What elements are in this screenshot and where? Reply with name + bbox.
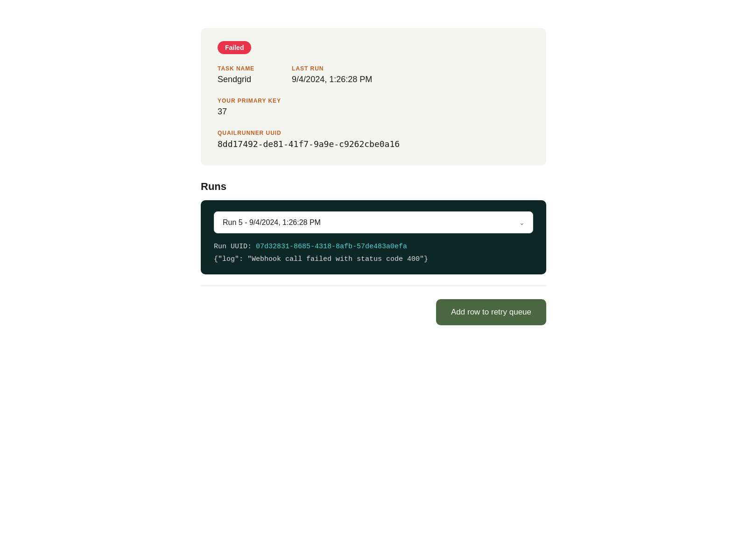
run-select[interactable]: Run 5 - 9/4/2024, 1:26:28 PMRun 4 - 9/3/… bbox=[214, 211, 533, 233]
last-run-label: LAST RUN bbox=[292, 65, 372, 72]
task-info-row: TASK NAME Sendgrid LAST RUN 9/4/2024, 1:… bbox=[218, 65, 529, 84]
uuid-label: QUAILRUNNER UUID bbox=[218, 130, 529, 136]
runs-card: Run 5 - 9/4/2024, 1:26:28 PMRun 4 - 9/3/… bbox=[201, 200, 546, 274]
retry-queue-button[interactable]: Add row to retry queue bbox=[436, 299, 546, 325]
task-name-field: TASK NAME Sendgrid bbox=[218, 65, 254, 84]
run-log-line: {"log": "Webhook call failed with status… bbox=[214, 255, 533, 263]
footer: Add row to retry queue bbox=[201, 299, 546, 325]
last-run-value: 9/4/2024, 1:26:28 PM bbox=[292, 75, 372, 84]
task-name-label: TASK NAME bbox=[218, 65, 254, 72]
primary-key-field: YOUR PRIMARY KEY 37 bbox=[218, 98, 529, 117]
task-name-value: Sendgrid bbox=[218, 75, 254, 84]
run-uuid-value: 07d32831-8685-4318-8afb-57de483a0efa bbox=[256, 243, 407, 251]
main-container: Failed TASK NAME Sendgrid LAST RUN 9/4/2… bbox=[201, 28, 546, 325]
last-run-field: LAST RUN 9/4/2024, 1:26:28 PM bbox=[292, 65, 372, 84]
run-uuid-line: Run UUID: 07d32831-8685-4318-8afb-57de48… bbox=[214, 243, 533, 251]
run-uuid-prefix: Run UUID: bbox=[214, 243, 256, 251]
uuid-value: 8dd17492-de81-41f7-9a9e-c9262cbe0a16 bbox=[218, 139, 529, 149]
info-card: Failed TASK NAME Sendgrid LAST RUN 9/4/2… bbox=[201, 28, 546, 166]
uuid-field: QUAILRUNNER UUID 8dd17492-de81-41f7-9a9e… bbox=[218, 130, 529, 149]
run-select-wrapper[interactable]: Run 5 - 9/4/2024, 1:26:28 PMRun 4 - 9/3/… bbox=[214, 211, 533, 233]
primary-key-label: YOUR PRIMARY KEY bbox=[218, 98, 529, 104]
runs-section: Runs Run 5 - 9/4/2024, 1:26:28 PMRun 4 -… bbox=[201, 181, 546, 274]
status-badge: Failed bbox=[218, 41, 251, 54]
primary-key-value: 37 bbox=[218, 107, 529, 117]
divider bbox=[201, 286, 546, 286]
runs-title: Runs bbox=[201, 181, 546, 193]
